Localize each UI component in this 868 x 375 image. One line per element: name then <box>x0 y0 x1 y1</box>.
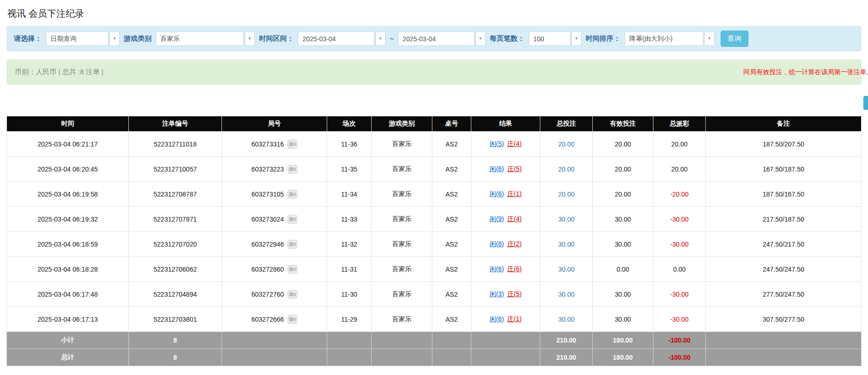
query-type-dropdown-button[interactable]: ▼ <box>109 32 120 46</box>
cell-valid-bet: 20.00 <box>593 182 653 207</box>
cell-payout: 20.00 <box>653 157 706 182</box>
video-replay-icon[interactable] <box>287 215 298 224</box>
cell-session: 11-36 <box>327 132 372 157</box>
video-replay-icon[interactable] <box>287 165 298 174</box>
cell-valid-bet: 0.00 <box>593 257 653 282</box>
total-label: 总计 <box>7 349 129 366</box>
subtotal-valid-bet: 180.00 <box>593 332 653 349</box>
table-row: 2025-03-04 06:20:45 522312710057 6032732… <box>7 157 862 182</box>
cell-total-bet[interactable]: 20.00 <box>540 182 593 207</box>
search-button[interactable]: 查询 <box>721 31 748 47</box>
cell-total-bet[interactable]: 30.00 <box>540 232 593 257</box>
table-row: 2025-03-04 06:19:32 522312707971 6032730… <box>7 207 862 232</box>
result-player-link[interactable]: 闲(6) <box>489 315 504 323</box>
cell-result: 闲(6)庄(1) <box>471 307 540 332</box>
cell-bet-id: 522312706062 <box>129 257 222 282</box>
round-number: 603272760 <box>251 291 284 298</box>
cell-time: 2025-03-04 06:21:17 <box>7 132 129 157</box>
result-banker-link[interactable]: 庄(6) <box>507 265 522 273</box>
cell-total-bet[interactable]: 30.00 <box>540 282 593 307</box>
header-result: 结果 <box>471 116 540 132</box>
date-from-input[interactable] <box>298 32 374 46</box>
summary-bar: 币别：人民币 | 总共 :8 注单 | 同局有效投注，统一计算在该局第一张注单上 <box>6 59 862 85</box>
page-size-input[interactable] <box>529 32 570 46</box>
cell-bet-id: 522312704894 <box>129 282 222 307</box>
cell-session: 11-30 <box>327 282 372 307</box>
cell-time: 2025-03-04 06:20:45 <box>7 157 129 182</box>
cell-total-bet[interactable]: 30.00 <box>540 207 593 232</box>
table-row: 2025-03-04 06:17:13 522312703801 6032726… <box>7 307 862 332</box>
date-range-label: 时间区间： <box>259 34 294 43</box>
header-table-no: 桌号 <box>432 116 471 132</box>
cell-remark: 247.50/217.50 <box>706 232 862 257</box>
cell-result: 闲(8)庄(2) <box>471 232 540 257</box>
date-to-dropdown-button[interactable]: ▼ <box>475 32 486 46</box>
result-player-link[interactable]: 闲(6) <box>489 265 504 273</box>
video-replay-icon[interactable] <box>287 265 298 274</box>
cell-table-no: AS2 <box>432 307 471 332</box>
result-banker-link[interactable]: 庄(1) <box>507 315 522 323</box>
time-sort-dropdown-button[interactable]: ▼ <box>704 32 715 46</box>
result-banker-link[interactable]: 庄(5) <box>507 290 522 298</box>
time-sort-input[interactable] <box>625 32 703 46</box>
result-banker-link[interactable]: 庄(2) <box>507 240 522 248</box>
video-replay-icon[interactable] <box>287 190 298 199</box>
result-player-link[interactable]: 闲(8) <box>489 240 504 248</box>
cell-payout: -30.00 <box>653 232 706 257</box>
cell-payout: -30.00 <box>653 282 706 307</box>
result-player-link[interactable]: 闲(3) <box>489 290 504 298</box>
header-total-bet: 总投注 <box>540 116 593 132</box>
date-to-input[interactable] <box>398 32 475 46</box>
result-banker-link[interactable]: 庄(1) <box>507 190 522 197</box>
video-replay-icon[interactable] <box>287 140 298 149</box>
cell-payout: -20.00 <box>653 182 706 207</box>
result-banker-link[interactable]: 庄(4) <box>507 140 522 147</box>
cell-remark: 167.50/187.50 <box>706 157 862 182</box>
video-replay-icon[interactable] <box>287 240 298 249</box>
query-type-input[interactable] <box>46 32 108 46</box>
cell-valid-bet: 20.00 <box>593 132 653 157</box>
game-type-label: 游戏类别 <box>124 34 152 43</box>
table-header-row: 时间 注单编号 局号 场次 游戏类别 桌号 结果 总投注 有效投注 总派彩 备注 <box>7 116 862 132</box>
chevron-down-icon: ▼ <box>707 37 711 41</box>
cell-remark: 277.50/247.50 <box>706 282 862 307</box>
partial-hidden-button[interactable] <box>863 96 868 110</box>
result-player-link[interactable]: 闲(5) <box>489 140 504 147</box>
header-session: 场次 <box>327 116 372 132</box>
result-player-link[interactable]: 闲(9) <box>489 215 504 222</box>
table-row: 2025-03-04 06:17:48 522312704894 6032727… <box>7 282 862 307</box>
cell-remark: 247.50/247.50 <box>706 257 862 282</box>
result-banker-link[interactable]: 庄(4) <box>507 215 522 222</box>
cell-result: 闲(5)庄(4) <box>471 132 540 157</box>
cell-bet-id: 522312708787 <box>129 182 222 207</box>
result-banker-link[interactable]: 庄(5) <box>507 165 522 172</box>
same-round-notice: 同局有效投注，统一计算在该局第一张注单上 <box>743 68 868 76</box>
table-row: 2025-03-04 06:18:28 522312706062 6032728… <box>7 257 862 282</box>
cell-total-bet[interactable]: 20.00 <box>540 132 593 157</box>
cell-result: 闲(3)庄(5) <box>471 282 540 307</box>
cell-table-no: AS2 <box>432 132 471 157</box>
total-payout: -100.00 <box>653 349 706 366</box>
cell-total-bet[interactable]: 20.00 <box>540 157 593 182</box>
bet-records-table: 时间 注单编号 局号 场次 游戏类别 桌号 结果 总投注 有效投注 总派彩 备注… <box>6 116 862 366</box>
cell-bet-id: 522312710057 <box>129 157 222 182</box>
game-type-dropdown-button[interactable]: ▼ <box>245 32 255 46</box>
video-replay-icon[interactable] <box>287 290 298 299</box>
page-size-dropdown-button[interactable]: ▼ <box>571 32 582 46</box>
cell-result: 闲(6)庄(1) <box>471 182 540 207</box>
cell-total-bet[interactable]: 30.00 <box>540 307 593 332</box>
chevron-down-icon: ▼ <box>379 37 383 41</box>
cell-payout: -30.00 <box>653 207 706 232</box>
cell-total-bet[interactable]: 30.00 <box>540 257 593 282</box>
game-type-input[interactable] <box>156 32 244 46</box>
page-size-label: 每页笔数： <box>490 34 525 43</box>
cell-time: 2025-03-04 06:18:59 <box>7 232 129 257</box>
cell-valid-bet: 30.00 <box>593 232 653 257</box>
result-player-link[interactable]: 闲(6) <box>489 165 504 172</box>
cell-valid-bet: 30.00 <box>593 307 653 332</box>
total-valid-bet: 180.00 <box>593 349 653 366</box>
video-replay-icon[interactable] <box>287 315 298 324</box>
cell-valid-bet: 30.00 <box>593 282 653 307</box>
result-player-link[interactable]: 闲(6) <box>489 190 504 197</box>
date-from-dropdown-button[interactable]: ▼ <box>375 32 386 46</box>
